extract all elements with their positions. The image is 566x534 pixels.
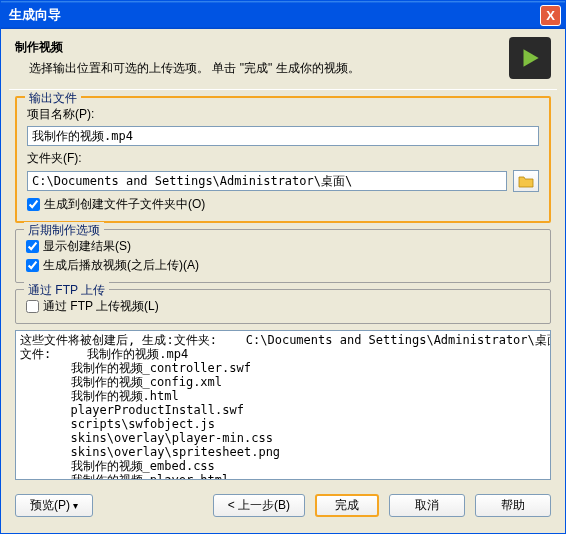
ftp-group: 通过 FTP 上传 通过 FTP 上传视频(L) [15, 289, 551, 324]
browse-button[interactable] [513, 170, 539, 192]
body: 输出文件 项目名称(P): 文件夹(F): 生成到创建文件子文件夹中(O) [1, 90, 565, 486]
post-group: 后期制作选项 显示创建结果(S) 生成后播放视频(之后上传)(A) [15, 229, 551, 283]
ftp-legend: 通过 FTP 上传 [24, 282, 109, 299]
subfolder-label: 生成到创建文件子文件夹中(O) [44, 196, 205, 213]
titlebar[interactable]: 生成向导 X [1, 1, 565, 29]
output-legend: 输出文件 [25, 90, 81, 107]
output-group: 输出文件 项目名称(P): 文件夹(F): 生成到创建文件子文件夹中(O) [15, 96, 551, 223]
cancel-button[interactable]: 取消 [389, 494, 465, 517]
folder-input[interactable] [27, 171, 507, 191]
ftp-upload-checkbox[interactable] [26, 300, 39, 313]
project-name-label: 项目名称(P): [27, 106, 539, 123]
show-results-checkbox[interactable] [26, 240, 39, 253]
header: 制作视频 选择输出位置和可选的上传选项。 单击 "完成" 生成你的视频。 [1, 29, 565, 89]
subfolder-checkbox[interactable] [27, 198, 40, 211]
ftp-upload-label: 通过 FTP 上传视频(L) [43, 298, 159, 315]
header-subtitle: 选择输出位置和可选的上传选项。 单击 "完成" 生成你的视频。 [29, 60, 509, 77]
play-after-label: 生成后播放视频(之后上传)(A) [43, 257, 199, 274]
produce-icon [509, 37, 551, 79]
window-title: 生成向导 [9, 6, 540, 24]
details-textarea[interactable]: 这些文件将被创建后, 生成:文件夹: C:\Documents and Sett… [15, 330, 551, 480]
show-results-label: 显示创建结果(S) [43, 238, 131, 255]
folder-label: 文件夹(F): [27, 150, 539, 167]
header-title: 制作视频 [15, 39, 509, 56]
folder-icon [518, 174, 534, 188]
wizard-window: 生成向导 X 制作视频 选择输出位置和可选的上传选项。 单击 "完成" 生成你的… [0, 0, 566, 534]
close-button[interactable]: X [540, 5, 561, 26]
back-button[interactable]: < 上一步(B) [213, 494, 305, 517]
preview-button[interactable]: 预览(P) [15, 494, 93, 517]
close-icon: X [546, 8, 555, 23]
help-button[interactable]: 帮助 [475, 494, 551, 517]
post-legend: 后期制作选项 [24, 222, 104, 239]
finish-button[interactable]: 完成 [315, 494, 379, 517]
header-text: 制作视频 选择输出位置和可选的上传选项。 单击 "完成" 生成你的视频。 [15, 39, 509, 77]
play-after-checkbox[interactable] [26, 259, 39, 272]
project-name-input[interactable] [27, 126, 539, 146]
svg-marker-0 [524, 49, 539, 66]
button-row: 预览(P) < 上一步(B) 完成 取消 帮助 [1, 486, 565, 525]
